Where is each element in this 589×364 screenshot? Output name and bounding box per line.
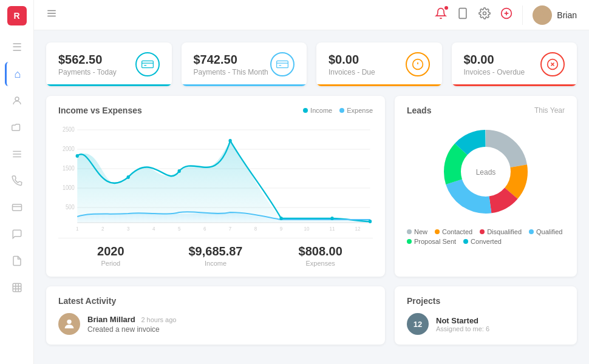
chart-income-label: Income (163, 260, 268, 267)
legend-contacted: Contacted (435, 228, 472, 235)
topbar-right: Brian (435, 5, 577, 25)
middle-row: Income vs Expenses Income Expense (46, 96, 577, 277)
legend-new: New (407, 228, 427, 235)
stat-amount-invoices-due: $0.00 (329, 53, 375, 67)
legend-expense: Expense (339, 107, 373, 114)
stat-card-payments-today: $562.50 Payments - Today (46, 42, 172, 86)
legend-new-dot (407, 229, 412, 234)
stat-icon-invoices-due (406, 52, 430, 76)
svg-rect-24 (277, 61, 288, 67)
svg-point-70 (67, 320, 71, 324)
sidebar-item-document[interactable] (5, 249, 29, 273)
chart-stat-income: $9,685.87 Income (163, 244, 268, 267)
user-profile[interactable]: Brian (522, 5, 577, 25)
main-area: Brian $562.50 Payments - Today $742.50 P… (34, 0, 589, 364)
legend-converted-label: Converted (471, 238, 502, 245)
project-item: 12 Not Started Assigned to me: 6 (407, 313, 565, 335)
svg-text:11: 11 (330, 226, 335, 232)
legend-disqualified: Disqualified (480, 228, 522, 235)
stat-card-invoices-overdue: $0.00 Invoices - Overdue (452, 42, 577, 86)
notification-icon[interactable] (435, 7, 447, 22)
stat-icon-payments-month (270, 52, 294, 76)
projects-card: Projects 12 Not Started Assigned to me: … (395, 286, 577, 345)
leads-header: Leads This Year (407, 106, 565, 115)
project-name: Not Started (436, 316, 489, 325)
activity-avatar (58, 313, 80, 335)
sidebar-item-folders[interactable] (5, 115, 29, 140)
project-badge: 12 (407, 313, 429, 335)
chart-title: Income vs Expenses (58, 106, 142, 115)
chart-stat-period: 2020 Period (58, 244, 163, 267)
sidebar-item-menu[interactable]: ☰ (5, 35, 29, 59)
donut-legend: New Contacted Disqualified Qualified (407, 228, 565, 245)
svg-rect-6 (13, 283, 21, 292)
hamburger-icon[interactable] (46, 8, 57, 22)
user-name: Brian (557, 10, 577, 20)
sidebar-item-card[interactable] (5, 195, 29, 220)
stat-icon-invoices-overdue (540, 52, 565, 76)
stat-info-payments-today: $562.50 Payments - Today (58, 53, 117, 76)
bottom-row: Latest Activity Brian Millard 2 hours ag… (46, 286, 577, 345)
sidebar-item-table[interactable] (5, 275, 29, 300)
svg-text:Leads: Leads (476, 168, 496, 177)
stat-label-payments-today: Payments - Today (58, 68, 117, 76)
svg-point-16 (483, 12, 486, 15)
legend-proposal-sent: Proposal Sent (407, 238, 456, 245)
svg-point-0 (15, 97, 19, 101)
activity-card: Latest Activity Brian Millard 2 hours ag… (46, 286, 385, 345)
svg-text:7: 7 (229, 226, 232, 232)
svg-point-57 (228, 139, 231, 143)
project-info: Not Started Assigned to me: 6 (436, 316, 489, 332)
stats-row: $562.50 Payments - Today $742.50 Payment… (46, 42, 577, 86)
svg-point-55 (127, 175, 130, 179)
svg-text:9: 9 (280, 226, 283, 232)
svg-text:1000: 1000 (63, 184, 75, 192)
legend-income-label: Income (310, 107, 332, 114)
chart-expenses-value: $808.00 (268, 244, 373, 258)
chart-svg-wrap: 2500 2000 1500 1000 500 1 (58, 123, 373, 232)
stat-icon-payments-today (135, 52, 160, 76)
stat-label-invoices-due: Invoices - Due (329, 68, 375, 76)
activity-action: Created a new invoice (87, 325, 176, 334)
stat-amount-payments-today: $562.50 (58, 53, 117, 67)
settings-icon[interactable] (478, 7, 491, 22)
svg-point-54 (76, 154, 79, 158)
stat-info-payments-month: $742.50 Payments - This Month (194, 53, 268, 76)
add-icon[interactable] (500, 7, 512, 22)
sidebar-item-home[interactable]: ⌂ (5, 62, 29, 86)
logo[interactable]: R (7, 6, 27, 25)
sidebar-item-chat[interactable] (5, 222, 29, 246)
tablet-icon[interactable] (457, 7, 469, 22)
activity-name: Brian Millard (87, 315, 135, 324)
chart-stat-expenses: $808.00 Expenses (268, 244, 373, 267)
legend-qualified: Qualified (529, 228, 562, 235)
avatar (533, 5, 552, 25)
project-sub: Assigned to me: 6 (436, 325, 489, 332)
activity-item: Brian Millard 2 hours ago Created a new … (58, 313, 373, 335)
svg-point-58 (279, 217, 282, 220)
sidebar-item-phone[interactable] (5, 169, 29, 193)
stat-card-payments-month: $742.50 Payments - This Month (182, 42, 307, 86)
chart-period-label: Period (58, 260, 163, 267)
legend-converted-dot (463, 239, 468, 244)
activity-time: 2 hours ago (141, 316, 176, 323)
chart-legend: Income Expense (303, 107, 373, 114)
legend-expense-dot (339, 108, 344, 113)
leads-period: This Year (534, 106, 565, 115)
legend-new-label: New (414, 228, 427, 235)
svg-text:5: 5 (178, 226, 181, 232)
sidebar-item-users[interactable] (5, 89, 29, 113)
legend-disqualified-dot (480, 229, 485, 234)
chart-header: Income vs Expenses Income Expense (58, 106, 373, 115)
stat-info-invoices-due: $0.00 Invoices - Due (329, 53, 375, 76)
legend-proposal-sent-dot (407, 239, 412, 244)
svg-text:500: 500 (66, 204, 75, 211)
leads-title: Leads (407, 106, 431, 115)
svg-point-20 (540, 11, 545, 15)
activity-title: Latest Activity (58, 296, 373, 306)
sidebar-item-list[interactable] (5, 142, 29, 166)
stat-label-invoices-overdue: Invoices - Overdue (464, 68, 525, 76)
svg-text:2: 2 (101, 226, 104, 232)
sidebar: R ☰ ⌂ (0, 0, 34, 364)
svg-text:4: 4 (152, 226, 155, 232)
